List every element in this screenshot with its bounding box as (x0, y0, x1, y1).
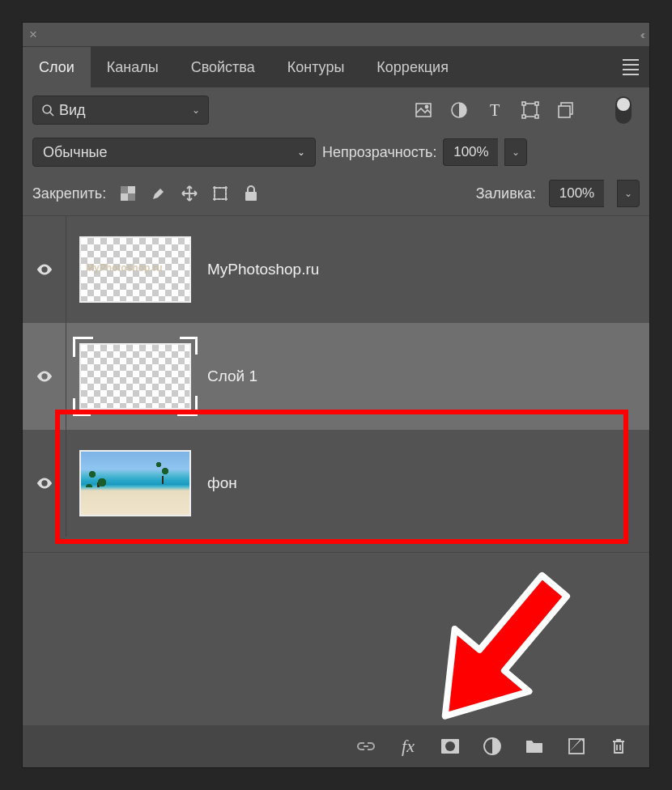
filter-toggle[interactable] (615, 96, 632, 124)
layer-name[interactable]: MyPhotoshop.ru (207, 261, 319, 278)
layer-thumbnail[interactable] (79, 343, 191, 410)
lock-artboard-icon[interactable] (211, 185, 229, 202)
blend-mode-select[interactable]: Обычные ⌄ (32, 138, 316, 167)
eye-icon (36, 261, 53, 278)
layer-thumbnail[interactable]: MyPhotoshop.ru (79, 236, 191, 303)
visibility-toggle[interactable] (23, 430, 66, 537)
filter-smartobject-icon[interactable] (557, 101, 575, 119)
layer-row[interactable]: MyPhotoshop.ru MyPhotoshop.ru (23, 216, 649, 323)
eye-icon (36, 367, 53, 385)
chevron-down-icon: ⌄ (192, 104, 200, 116)
svg-rect-8 (522, 115, 525, 118)
svg-rect-9 (535, 115, 538, 118)
layers-panel: × ‹‹ Слои Каналы Свойства Контуры Коррек… (22, 22, 650, 768)
blend-mode-value: Обычные (43, 144, 108, 161)
close-icon[interactable]: × (29, 27, 37, 43)
link-layers-icon[interactable] (356, 737, 376, 756)
opacity-input[interactable]: 100% (443, 138, 498, 166)
hamburger-icon (623, 56, 639, 79)
filter-icons: T (415, 96, 640, 124)
svg-rect-14 (128, 193, 135, 201)
fill-dropdown[interactable]: ⌄ (617, 180, 640, 207)
tab-adjustments[interactable]: Коррекция (360, 47, 465, 87)
delete-layer-icon[interactable] (609, 737, 628, 756)
blend-row: Обычные ⌄ Непрозрачность: 100% ⌄ (23, 133, 649, 172)
svg-rect-11 (559, 106, 570, 117)
svg-rect-13 (121, 186, 128, 193)
tab-layers[interactable]: Слои (23, 47, 91, 87)
lock-row: Закрепить: Заливка: 100% ⌄ (23, 172, 649, 216)
svg-point-21 (43, 268, 46, 271)
layer-row[interactable]: Слой 1 (23, 323, 649, 430)
layer-thumbnail[interactable] (79, 450, 191, 516)
layer-name[interactable]: Слой 1 (207, 367, 257, 385)
lock-label: Закрепить: (32, 185, 106, 202)
layer-effects-icon[interactable]: fx (398, 737, 418, 756)
panel-header: × ‹‹ (23, 23, 649, 47)
filter-row: Вид ⌄ T (23, 87, 649, 133)
filter-shape-icon[interactable] (521, 101, 539, 119)
svg-point-22 (43, 375, 46, 378)
svg-rect-20 (245, 192, 257, 201)
layer-name[interactable]: фон (207, 474, 237, 492)
filter-label: Вид (59, 102, 86, 119)
tab-channels[interactable]: Каналы (91, 47, 175, 87)
adjustment-layer-icon[interactable] (483, 737, 502, 756)
filter-adjustment-icon[interactable] (450, 101, 468, 119)
panel-bottom-bar: fx (23, 725, 649, 767)
svg-rect-15 (215, 188, 226, 199)
svg-point-25 (445, 741, 455, 751)
layer-row[interactable]: фон (23, 430, 649, 537)
annotation-arrow (408, 557, 586, 751)
tab-paths[interactable]: Контуры (271, 47, 361, 87)
visibility-toggle[interactable] (23, 216, 66, 323)
new-group-icon[interactable] (525, 737, 544, 756)
lock-all-icon[interactable] (242, 185, 260, 202)
layer-filter-select[interactable]: Вид ⌄ (32, 96, 209, 125)
eye-icon (36, 474, 53, 492)
fill-label: Заливка: (476, 185, 536, 202)
search-icon (41, 104, 54, 117)
layer-mask-icon[interactable] (440, 737, 460, 756)
lock-position-icon[interactable] (181, 185, 198, 202)
lock-pixels-icon[interactable] (150, 185, 168, 202)
panel-tabs: Слои Каналы Свойства Контуры Коррекция (23, 47, 649, 87)
panel-menu-button[interactable] (612, 47, 649, 87)
lock-transparency-icon[interactable] (119, 185, 137, 202)
svg-point-23 (43, 482, 46, 485)
layer-list: MyPhotoshop.ru MyPhotoshop.ru Слой 1 фон (23, 216, 649, 553)
fill-input[interactable]: 100% (549, 180, 604, 207)
tab-properties[interactable]: Свойства (175, 47, 271, 87)
svg-point-3 (425, 105, 427, 108)
opacity-label: Непрозрачность: (322, 144, 436, 161)
svg-rect-27 (569, 739, 584, 754)
chevron-down-icon: ⌄ (297, 147, 305, 158)
filter-pixel-icon[interactable] (415, 101, 432, 119)
filter-type-icon[interactable]: T (486, 101, 504, 119)
svg-rect-7 (535, 102, 538, 105)
svg-point-0 (43, 105, 51, 113)
new-layer-icon[interactable] (567, 737, 586, 756)
opacity-dropdown[interactable]: ⌄ (504, 138, 527, 166)
visibility-toggle[interactable] (23, 323, 66, 430)
svg-line-1 (50, 113, 53, 116)
svg-rect-6 (522, 102, 525, 105)
collapse-icon[interactable]: ‹‹ (640, 28, 643, 41)
